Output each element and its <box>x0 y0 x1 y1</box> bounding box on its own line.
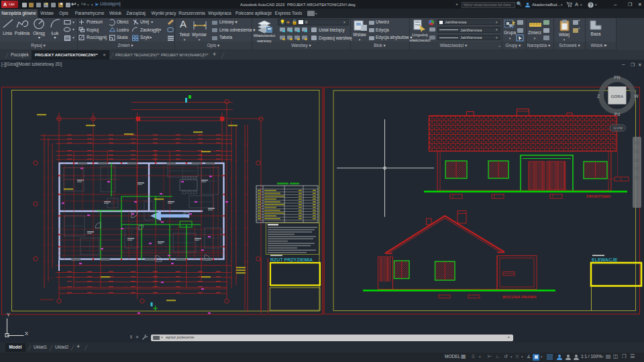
svg-text:Pd: Pd <box>614 112 621 117</box>
svg-text:ELEWACJE: ELEWACJE <box>592 257 618 262</box>
svg-text:Z: Z <box>597 94 600 99</box>
svg-text:GÓRA: GÓRA <box>611 94 624 99</box>
svg-text:W: W <box>634 94 639 99</box>
svg-text:RZUT PRZYZIEMIA: RZUT PRZYZIEMIA <box>270 257 313 262</box>
svg-text:X: X <box>25 330 28 337</box>
svg-text:PN: PN <box>614 75 621 80</box>
svg-text:GVW: GVW <box>613 126 623 130</box>
svg-text:BOCZNA PRAWA: BOCZNA PRAWA <box>502 294 537 299</box>
svg-text:FRONTOWA: FRONTOWA <box>586 194 611 198</box>
svg-text:Y: Y <box>7 312 10 318</box>
